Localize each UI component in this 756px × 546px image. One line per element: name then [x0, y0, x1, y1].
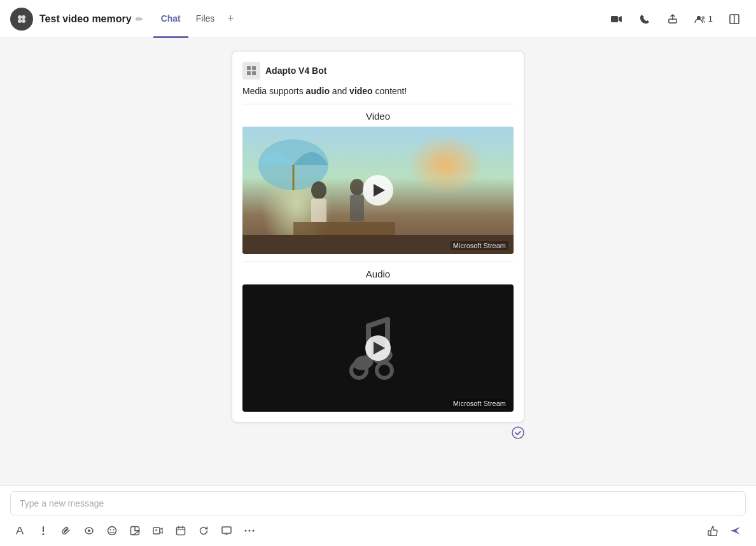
card-divider — [242, 104, 514, 104]
schedule-button[interactable] — [171, 521, 191, 541]
svg-rect-41 — [222, 527, 231, 533]
add-tab-button[interactable]: + — [222, 12, 239, 25]
whiteboard-icon — [221, 526, 232, 535]
chat-area: Adapto V4 Bot Media supports audio and v… — [0, 38, 756, 546]
svg-rect-19 — [350, 195, 364, 221]
participants-icon — [694, 15, 706, 24]
svg-point-29 — [88, 529, 90, 532]
emoji-button[interactable] — [102, 521, 122, 541]
audio-player[interactable]: Microsoft Stream — [242, 284, 514, 412]
loop-icon — [84, 526, 94, 535]
card-divider-2 — [242, 262, 514, 262]
participants-count: 1 — [708, 14, 713, 24]
refresh-icon — [199, 526, 209, 536]
bot-name: Adapto V4 Bot — [265, 66, 326, 76]
svg-point-44 — [245, 530, 247, 532]
send-icon — [730, 526, 741, 536]
messages-container: Adapto V4 Bot Media supports audio and v… — [0, 38, 756, 486]
title-actions: 1 — [605, 8, 746, 31]
attach-button[interactable] — [56, 521, 76, 541]
svg-point-30 — [108, 527, 116, 535]
svg-rect-26 — [43, 526, 44, 532]
audio-play-triangle-icon — [374, 342, 385, 354]
important-icon — [41, 526, 45, 535]
audio-play-button[interactable] — [365, 335, 391, 361]
share-button[interactable] — [661, 8, 684, 31]
svg-point-24 — [377, 363, 392, 378]
main-content: Adapto V4 Bot Media supports audio and v… — [0, 38, 756, 546]
card-header: Adapto V4 Bot — [242, 62, 514, 80]
card-description: Media supports audio and video content! — [242, 86, 514, 96]
like-icon — [707, 526, 718, 536]
schedule-icon — [176, 526, 186, 536]
svg-point-0 — [18, 15, 22, 19]
svg-point-27 — [43, 533, 45, 535]
title-bar: Test video memory ✏ Chat Files + — [0, 0, 756, 38]
format-button[interactable] — [10, 521, 31, 541]
svg-rect-10 — [247, 66, 251, 70]
audio-section-title: Audio — [242, 269, 514, 279]
svg-rect-11 — [252, 66, 256, 70]
expand-icon — [729, 14, 739, 24]
loop-button[interactable] — [79, 521, 99, 541]
svg-rect-9 — [734, 15, 735, 24]
svg-rect-20 — [293, 222, 395, 235]
video-call-button[interactable] — [605, 8, 628, 31]
svg-rect-17 — [311, 199, 326, 224]
svg-point-31 — [110, 529, 111, 531]
sticker-icon — [130, 526, 140, 536]
svg-point-2 — [18, 19, 22, 23]
message-input[interactable]: Type a new message — [10, 491, 746, 515]
svg-rect-4 — [611, 16, 618, 22]
video-section-title: Video — [242, 111, 514, 122]
whiteboard-button[interactable] — [216, 521, 237, 541]
message-input-area: Type a new message — [0, 486, 756, 546]
expand-button[interactable] — [723, 8, 746, 31]
attach-icon — [61, 526, 71, 536]
like-button[interactable] — [703, 521, 723, 541]
bot-icon — [242, 62, 260, 80]
svg-point-1 — [22, 15, 25, 19]
svg-point-7 — [701, 16, 704, 19]
svg-point-46 — [253, 530, 255, 532]
tab-files[interactable]: Files — [188, 1, 223, 38]
meet-now-button[interactable] — [148, 521, 168, 541]
meet-now-icon — [153, 526, 163, 536]
important-button[interactable] — [33, 521, 53, 541]
participants-button[interactable]: 1 — [689, 11, 718, 26]
sticker-button[interactable] — [125, 521, 145, 541]
video-play-button[interactable] — [363, 175, 393, 206]
refresh-button[interactable] — [193, 521, 214, 541]
play-triangle-icon — [374, 184, 385, 197]
svg-point-18 — [350, 179, 364, 195]
video-icon — [611, 15, 622, 24]
nav-tabs: Chat Files + — [153, 0, 239, 38]
svg-rect-12 — [247, 71, 251, 75]
check-icon — [512, 426, 524, 439]
input-placeholder: Type a new message — [20, 498, 104, 508]
edit-icon[interactable]: ✏ — [136, 14, 143, 24]
audio-stream-label: Microsoft Stream — [451, 399, 508, 408]
tab-chat[interactable]: Chat — [153, 1, 188, 38]
app-icon — [10, 8, 33, 31]
video-player[interactable]: Microsoft Stream — [242, 127, 514, 254]
svg-point-45 — [249, 530, 251, 532]
more-icon — [244, 529, 255, 532]
toolbar-row — [10, 521, 746, 541]
emoji-icon — [107, 526, 117, 536]
share-icon — [668, 14, 678, 24]
svg-point-16 — [311, 181, 326, 199]
audio-thumbnail: Microsoft Stream — [242, 284, 514, 412]
more-button[interactable] — [239, 521, 260, 541]
svg-point-3 — [22, 19, 25, 23]
format-icon — [15, 526, 25, 535]
audio-call-button[interactable] — [633, 8, 656, 31]
send-button[interactable] — [725, 521, 746, 541]
video-stream-label: Microsoft Stream — [451, 241, 508, 250]
page-title: Test video memory — [39, 13, 132, 25]
svg-rect-37 — [177, 528, 185, 535]
svg-point-32 — [113, 529, 115, 531]
svg-point-25 — [512, 427, 524, 438]
video-thumbnail: Microsoft Stream — [242, 127, 514, 254]
check-icon-wrap — [232, 426, 524, 439]
